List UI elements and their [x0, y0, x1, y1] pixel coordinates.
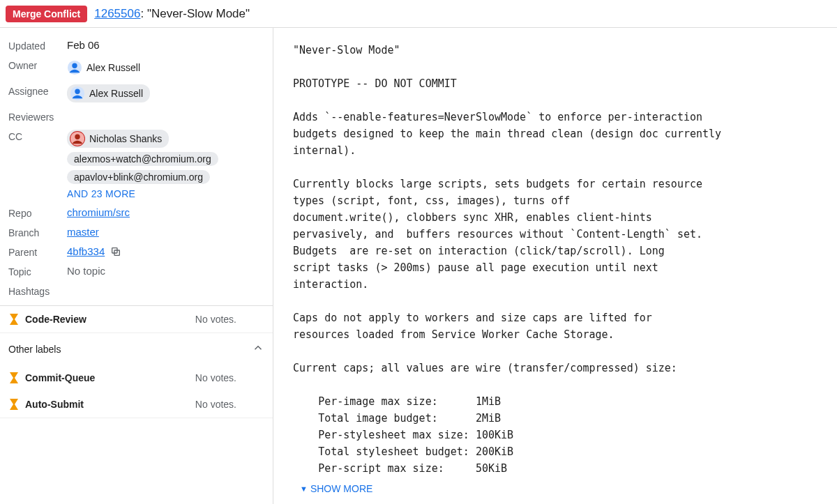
svg-point-3 — [75, 89, 80, 94]
other-labels-header[interactable]: Other labels — [0, 333, 273, 365]
cc-email-2: apavlov+blink@chromium.org — [70, 171, 203, 183]
updated-label: Updated — [8, 39, 67, 52]
commit-queue-novotes: No votes. — [195, 372, 236, 383]
meta-section: Updated Feb 06 Owner Alex Russell Assign… — [0, 28, 273, 306]
cc-email-1: alexmos+watch@chromium.org — [70, 153, 211, 165]
branch-link[interactable]: master — [67, 226, 99, 238]
reviewers-label: Reviewers — [8, 110, 67, 123]
parent-link[interactable]: 4bfb334 — [67, 245, 105, 257]
chevron-up-icon — [252, 342, 264, 356]
auto-submit-novotes: No votes. — [195, 399, 236, 410]
svg-point-1 — [72, 63, 77, 68]
status-chip[interactable]: Merge Conflict — [6, 6, 87, 22]
triangle-down-icon: ▼ — [300, 484, 308, 493]
hourglass-icon — [8, 398, 20, 411]
owner-name: Alex Russell — [86, 62, 140, 73]
code-review-label: Code-Review — [25, 314, 86, 325]
svg-point-5 — [75, 135, 80, 139]
hourglass-icon — [8, 313, 20, 326]
avatar-icon — [70, 86, 85, 101]
commit-message: "Never-Slow Mode" PROTOTYPE -- DO NOT CO… — [293, 42, 817, 479]
copy-icon[interactable] — [107, 245, 121, 257]
cc-more-link[interactable]: AND 23 MORE — [67, 188, 264, 199]
hashtags-label: Hashtags — [8, 284, 67, 297]
code-review-row[interactable]: Code-Review No votes. — [0, 306, 273, 333]
avatar-icon — [67, 60, 82, 75]
cc-label: CC — [8, 130, 67, 142]
cc-name-0: Nicholas Shanks — [89, 133, 162, 144]
repo-label: Repo — [8, 206, 67, 219]
owner-chip[interactable]: Alex Russell — [67, 59, 147, 77]
sidebar: Updated Feb 06 Owner Alex Russell Assign… — [0, 28, 273, 504]
owner-label: Owner — [8, 59, 67, 71]
other-labels-title: Other labels — [8, 344, 61, 355]
assignee-chip[interactable]: Alex Russell — [67, 84, 150, 102]
main-panel: "Never-Slow Mode" PROTOTYPE -- DO NOT CO… — [273, 28, 837, 504]
updated-value: Feb 06 — [67, 39, 264, 51]
cc-chip-0[interactable]: Nicholas Shanks — [67, 130, 169, 148]
parent-label: Parent — [8, 245, 67, 258]
assignee-name: Alex Russell — [89, 88, 143, 99]
avatar-icon — [70, 131, 85, 146]
auto-submit-row[interactable]: Auto-Submit No votes. — [0, 391, 273, 418]
change-title: "Never-Slow Mode" — [147, 7, 250, 20]
branch-label: Branch — [8, 226, 67, 238]
change-title-sep: : — [140, 7, 146, 20]
change-id-link[interactable]: 1265506 — [94, 7, 140, 20]
commit-queue-row[interactable]: Commit-Queue No votes. — [0, 365, 273, 391]
topic-value: No topic — [67, 265, 264, 277]
code-review-novotes: No votes. — [195, 314, 236, 325]
hourglass-icon — [8, 372, 20, 384]
change-header: Merge Conflict 1265506: "Never-Slow Mode… — [0, 0, 837, 28]
auto-submit-label: Auto-Submit — [25, 399, 84, 410]
cc-chip-1[interactable]: alexmos+watch@chromium.org — [67, 152, 218, 166]
topic-label: Topic — [8, 265, 67, 277]
show-more-button[interactable]: ▼ SHOW MORE — [293, 479, 372, 497]
show-more-label: SHOW MORE — [310, 483, 372, 494]
repo-link[interactable]: chromium/src — [67, 206, 130, 218]
assignee-label: Assignee — [8, 84, 67, 97]
commit-queue-label: Commit-Queue — [25, 372, 95, 383]
cc-chip-2[interactable]: apavlov+blink@chromium.org — [67, 170, 210, 184]
title-group: 1265506: "Never-Slow Mode" — [94, 7, 250, 21]
